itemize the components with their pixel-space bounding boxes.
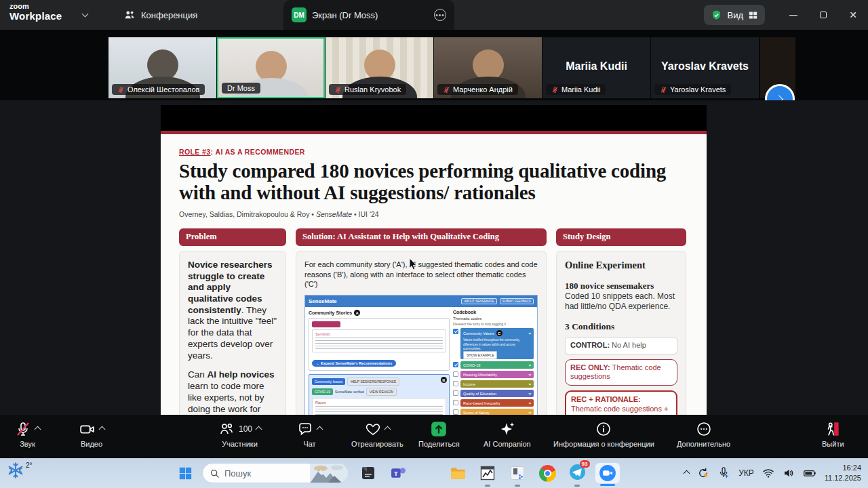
conditions-heading: 3 Conditions bbox=[565, 321, 677, 332]
code-label: COVID-19 bbox=[463, 363, 480, 367]
sensemate-header: SenseMate ABOUT SENSEMATE SUBMIT FEEDBAC… bbox=[305, 296, 537, 307]
participant-name-pill: Yaroslav Kravets bbox=[654, 84, 731, 95]
participants-button[interactable]: 100 Участники bbox=[218, 420, 261, 448]
view-button[interactable]: Вид bbox=[704, 5, 765, 25]
start-button[interactable] bbox=[175, 463, 195, 483]
avatar: DM bbox=[292, 7, 307, 22]
taskbar-app-stats[interactable] bbox=[477, 463, 498, 483]
participant-name: Yaroslav Kravets bbox=[670, 85, 726, 94]
video-tile-camera-off[interactable]: Yaroslav Kravets Yaroslav Kravets bbox=[651, 37, 759, 98]
edge-icon bbox=[420, 465, 437, 482]
share-button[interactable]: Поделиться bbox=[418, 420, 460, 448]
codebook-item: Income bbox=[453, 380, 534, 388]
taskbar-app-chrome[interactable] bbox=[537, 463, 557, 483]
ai-companion-button[interactable]: AI Companion bbox=[484, 420, 531, 448]
solution-header: Solution: AI Assistant to Help with Qual… bbox=[296, 228, 547, 246]
minimize-button[interactable] bbox=[778, 0, 808, 30]
folder-icon bbox=[450, 465, 467, 482]
ai-companion-label: AI Companion bbox=[484, 440, 531, 448]
video-options-chevron[interactable] bbox=[99, 426, 106, 432]
audio-label: Звук bbox=[20, 440, 35, 448]
tab-screen-share-active[interactable]: DM Экран (Dr Moss) ••• bbox=[283, 0, 454, 30]
participant-video-strip: Олексій Шестопалов Dr Moss Ruslan Kryvob… bbox=[0, 30, 868, 100]
brand-line1: zoom bbox=[9, 3, 62, 11]
video-tile-active-speaker[interactable]: Dr Moss bbox=[217, 37, 325, 98]
video-label: Видео bbox=[81, 440, 102, 448]
checkbox bbox=[453, 409, 458, 415]
mic-access-icon[interactable] bbox=[717, 467, 730, 480]
view-label: Вид bbox=[727, 10, 743, 20]
expand-recommendations-button: ← Expand SenseMate's Recommendations bbox=[312, 360, 396, 367]
battery-icon[interactable] bbox=[803, 466, 816, 480]
story-text: Symbolic bbox=[312, 329, 446, 352]
heart-icon bbox=[365, 421, 381, 437]
date: 11.12.2025 bbox=[825, 473, 861, 483]
sync-update-icon[interactable] bbox=[697, 467, 709, 479]
muted-mic-icon bbox=[443, 86, 450, 94]
weather-widget[interactable]: 2° bbox=[7, 462, 33, 479]
condition-control: CONTROL: No AI help bbox=[565, 337, 677, 354]
restore-button[interactable] bbox=[808, 0, 838, 30]
video-tile-camera-off[interactable]: Mariia Kudii Mariia Kudii bbox=[542, 37, 650, 98]
video-tile[interactable]: Ruslan Kryvobok bbox=[326, 37, 433, 98]
slide-byline: Overney, Saldias, Dimitrakopoulou & Roy … bbox=[179, 210, 689, 218]
participant-name: Олексій Шестопалов bbox=[127, 85, 199, 94]
study-design-header: Study Design bbox=[556, 228, 686, 246]
chat-label: Чат bbox=[303, 440, 315, 448]
chat-button[interactable]: Чат bbox=[297, 420, 322, 448]
language-indicator[interactable]: УКР bbox=[738, 468, 754, 478]
code-label: Community Values bbox=[463, 331, 494, 336]
video-tile[interactable]: Олексій Шестопалов bbox=[108, 37, 216, 98]
weather-temp: 2° bbox=[26, 462, 33, 469]
tray-expand-chevron[interactable] bbox=[684, 471, 689, 476]
chat-options-chevron[interactable] bbox=[317, 426, 323, 432]
meeting-info-button[interactable]: Информация о конференции bbox=[553, 420, 654, 448]
muted-mic-icon bbox=[334, 86, 342, 94]
taskbar-clock[interactable]: 16:24 11.12.2025 bbox=[825, 463, 861, 483]
story-text: Races bbox=[312, 398, 446, 415]
wifi-icon[interactable] bbox=[762, 467, 774, 479]
taskbar-app-files[interactable] bbox=[448, 463, 468, 483]
more-icon bbox=[696, 421, 712, 437]
volume-icon[interactable] bbox=[783, 467, 795, 479]
participants-options-chevron[interactable] bbox=[256, 426, 262, 432]
more-button[interactable]: Дополнительно bbox=[677, 420, 730, 448]
running-indicator bbox=[515, 485, 520, 487]
taskbar-app-notes[interactable] bbox=[358, 463, 378, 483]
sensemakers-body: Coded 10 snippets each. Most had little/… bbox=[565, 291, 677, 312]
participant-name-pill: Ruslan Kryvobok bbox=[329, 84, 406, 95]
search-placeholder: Пошук bbox=[224, 468, 310, 479]
condition-rec-only: REC ONLY: Thematic code suggestions bbox=[565, 359, 677, 386]
leave-button[interactable]: Выйти bbox=[822, 420, 844, 448]
code-label: Quality of Education bbox=[463, 392, 496, 396]
tab-options-icon[interactable]: ••• bbox=[434, 9, 446, 21]
close-button[interactable]: ✕ bbox=[838, 0, 868, 30]
search-input[interactable]: Пошук bbox=[202, 463, 349, 483]
react-options-chevron[interactable] bbox=[384, 426, 391, 432]
react-button[interactable]: Отреагировать bbox=[351, 420, 403, 448]
taskbar-app-zoom-active[interactable] bbox=[595, 463, 620, 483]
taskbar-app-telegram[interactable]: 93 bbox=[567, 463, 587, 483]
tab-meeting[interactable]: Конференция bbox=[117, 0, 204, 30]
participant-display-name: Yaroslav Kravets bbox=[651, 60, 759, 73]
participant-name-pill: Олексій Шестопалов bbox=[112, 84, 205, 95]
muted-mic-icon bbox=[660, 86, 667, 94]
slide-title: Study compared 180 novices performing qu… bbox=[179, 161, 681, 204]
brand-line2: Workplace bbox=[9, 11, 62, 22]
chevron-down-icon[interactable] bbox=[82, 11, 89, 18]
video-tile[interactable]: Марченко Андрій bbox=[434, 37, 542, 98]
running-indicator bbox=[574, 485, 580, 487]
audio-options-chevron[interactable] bbox=[35, 426, 41, 432]
audio-button[interactable]: Звук bbox=[15, 420, 40, 448]
shared-screen-area: ROLE #3: AI AS A RECOMMENDER Study compa… bbox=[0, 100, 868, 415]
participant-name: Dr Moss bbox=[227, 84, 255, 92]
taskbar-app-edge[interactable] bbox=[418, 463, 438, 483]
taskbar-app-teams[interactable]: T bbox=[388, 463, 408, 483]
badge-c: C bbox=[496, 330, 502, 336]
svg-text:T: T bbox=[393, 470, 397, 476]
video-button[interactable]: Видео bbox=[79, 420, 104, 448]
window-titlebar: zoom Workplace Конференция DM Экран (Dr … bbox=[0, 0, 868, 30]
active-indicator bbox=[600, 484, 615, 486]
taskbar-app-publisher[interactable] bbox=[507, 463, 528, 483]
security-shield-icon bbox=[711, 9, 722, 21]
